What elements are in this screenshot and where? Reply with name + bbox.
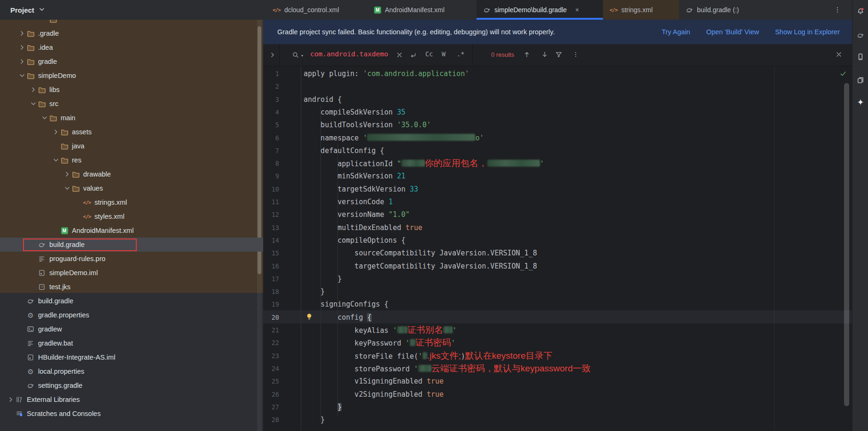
code-line[interactable]: 4 compileSdkVersion 35 xyxy=(263,106,852,119)
tree-row-values[interactable]: values xyxy=(0,181,263,195)
code-line[interactable]: 8 applicationId "你的应用包名，' xyxy=(263,157,852,170)
chevron-right-icon[interactable] xyxy=(18,58,26,65)
search-toggle-match-case[interactable]: Cc xyxy=(425,50,433,58)
chevron-right-icon[interactable] xyxy=(7,396,15,403)
search-toggle-regex[interactable]: .* xyxy=(457,50,464,58)
code-line[interactable]: 2 xyxy=(263,80,852,93)
tree-row-.idea[interactable]: .idea xyxy=(0,40,263,54)
chevron-right-icon[interactable] xyxy=(52,128,60,136)
tree-row-test.jks[interactable]: ?test.jks xyxy=(0,280,263,294)
search-options-kebab-icon[interactable] xyxy=(572,50,579,59)
code-line[interactable]: 15 sourceCompatibility JavaVersion.VERSI… xyxy=(263,246,852,260)
tree-row-External-Libraries[interactable]: External Libraries xyxy=(0,393,263,407)
chevron-down-icon[interactable] xyxy=(63,185,71,192)
running-devices-icon[interactable] xyxy=(855,75,866,85)
code-line[interactable]: 19 signingConfigs { xyxy=(263,298,852,311)
ai-assistant-sparkle-icon[interactable]: ✦ xyxy=(855,97,866,108)
chevron-down-icon[interactable] xyxy=(29,100,38,108)
tree-row-main[interactable]: main xyxy=(0,111,263,125)
notifications-bell-icon[interactable] xyxy=(855,6,866,16)
expand-search-chevron-icon[interactable] xyxy=(269,51,276,59)
code-line[interactable]: 14 compileOptions { xyxy=(263,234,852,247)
clear-search-icon[interactable] xyxy=(396,51,403,59)
tree-row-drawable[interactable]: drawable xyxy=(0,167,263,181)
search-input[interactable]: com.android.taxdemo xyxy=(310,50,388,58)
code-line[interactable]: 23 storeFile file('.jks文件;)默认在keystore目录… xyxy=(263,349,852,362)
code-line[interactable]: 5 buildToolsVersion '35.0.0' xyxy=(263,118,852,131)
tree-row-src[interactable]: src xyxy=(0,97,263,111)
device-manager-icon[interactable] xyxy=(855,52,866,62)
filter-icon[interactable] xyxy=(555,50,563,59)
tree-row-build.gradle[interactable]: build.gradle xyxy=(0,294,263,308)
code-editor[interactable]: 1apply plugin: 'com.android.application'… xyxy=(263,66,852,431)
code-line[interactable]: 9 minSdkVersion 21 xyxy=(263,169,852,183)
code-line[interactable]: 28 } xyxy=(263,413,852,426)
editor-scrollbar-thumb[interactable] xyxy=(844,83,849,406)
tree-row-java[interactable]: java xyxy=(0,139,263,153)
tab-simpleDemo-build.gradle[interactable]: simpleDemo\build.gradle× xyxy=(477,0,603,20)
code-line[interactable]: 7 defaultConfig { xyxy=(263,144,852,157)
intention-lightbulb-icon[interactable] xyxy=(305,313,314,321)
tree-row-AndroidManifest.xml[interactable]: MAndroidManifest.xml xyxy=(0,223,263,238)
code-line[interactable]: 21 keyAlias '证书别名' xyxy=(263,323,852,337)
search-toggle-words[interactable]: W xyxy=(442,50,446,58)
tree-row-simpleDemo[interactable]: simpleDemo xyxy=(0,69,263,83)
chevron-right-icon[interactable] xyxy=(18,30,26,37)
code-line[interactable]: 13 multiDexEnabled true xyxy=(263,221,852,234)
tree-row-gradlew[interactable]: gradlew xyxy=(0,322,263,336)
code-line[interactable]: 22 keyPassword '证书密码' xyxy=(263,336,852,349)
chevron-down-icon[interactable] xyxy=(18,72,26,79)
chevron-down-icon[interactable] xyxy=(40,114,49,122)
tree-row-res[interactable]: res xyxy=(0,153,263,167)
code-line[interactable]: 1apply plugin: 'com.android.application' xyxy=(263,67,852,80)
tree-row-gradle[interactable]: gradle xyxy=(0,54,263,69)
tab-options-kebab-icon[interactable] xyxy=(833,5,842,15)
tree-row-HBuilder-Integrate-AS.iml[interactable]: HBuilder-Integrate-AS.iml xyxy=(0,350,263,364)
next-occurrence-icon[interactable] xyxy=(540,50,549,59)
tree-row-local.properties[interactable]: ⚙local.properties xyxy=(0,364,263,378)
tree-row-strings.xml[interactable]: </>strings.xml xyxy=(0,195,263,209)
code-line[interactable]: 3android { xyxy=(263,93,852,106)
code-line[interactable]: 16 targetCompatibility JavaVersion.VERSI… xyxy=(263,260,852,273)
tree-row-simpleDemo.iml[interactable]: simpleDemo.iml xyxy=(0,266,263,280)
code-line[interactable]: 24 storePassword '云端证书密码，默认与keypassword一… xyxy=(263,362,852,375)
code-line[interactable]: 17 } xyxy=(263,272,852,285)
code-line[interactable]: 18 } xyxy=(263,285,852,298)
tab-dcloud-control.xml[interactable]: </>dcloud_control.xml xyxy=(266,0,368,20)
banner-link-show-log-in-explorer[interactable]: Show Log in Explorer xyxy=(775,28,840,36)
tree-row-gradle.properties[interactable]: ⚙gradle.properties xyxy=(0,308,263,322)
tab-build.gradle----[interactable]: build.gradle (:) xyxy=(679,0,760,20)
banner-link-open-build-view[interactable]: Open 'Build' View xyxy=(706,28,759,36)
project-panel-header[interactable]: Project xyxy=(0,0,263,20)
tree-row-settings.gradle[interactable]: settings.gradle xyxy=(0,378,263,393)
search-history-caret-icon[interactable]: ▾ xyxy=(300,54,304,57)
chevron-right-icon[interactable] xyxy=(18,44,26,51)
tree-row-libs[interactable]: libs xyxy=(0,83,263,97)
tree-row-.gradle[interactable]: .gradle xyxy=(0,26,263,40)
code-line[interactable]: 27 } xyxy=(263,400,852,414)
close-search-icon[interactable] xyxy=(835,50,843,59)
tree-row-Scratches-and-Consoles[interactable]: Scratches and Consoles xyxy=(0,407,263,421)
search-icon[interactable] xyxy=(291,51,300,59)
code-line[interactable]: 11 versionCode 1 xyxy=(263,195,852,208)
code-line[interactable]: 25 v1SigningEnabled true xyxy=(263,375,852,388)
code-line[interactable]: 10 targetSdkVersion 33 xyxy=(263,183,852,196)
gradle-tool-icon[interactable] xyxy=(855,30,866,40)
tree-row-styles.xml[interactable]: </>styles.xml xyxy=(0,209,263,223)
chevron-down-icon[interactable] xyxy=(52,156,60,164)
inspections-ok-check-icon[interactable] xyxy=(839,70,848,78)
tree-row-gradlew.bat[interactable]: gradlew.bat xyxy=(0,336,263,350)
code-line[interactable]: 6 namespace 'o' xyxy=(263,131,852,145)
newline-icon[interactable] xyxy=(409,51,417,59)
chevron-right-icon[interactable] xyxy=(29,86,38,93)
close-tab-icon[interactable]: × xyxy=(575,6,579,14)
tree-row-partial[interactable] xyxy=(0,20,263,26)
tab-AndroidManifest.xml[interactable]: MAndroidManifest.xml xyxy=(368,0,477,20)
tree-row-assets[interactable]: assets xyxy=(0,125,263,139)
code-line[interactable]: 26 v2SigningEnabled true xyxy=(263,388,852,401)
chevron-right-icon[interactable] xyxy=(63,170,71,178)
tree-row-proguard-rules.pro[interactable]: proguard-rules.pro xyxy=(0,252,263,266)
code-line[interactable]: 12 versionName "1.0" xyxy=(263,208,852,221)
banner-link-try-again[interactable]: Try Again xyxy=(662,28,690,36)
tab-strings.xml[interactable]: </>strings.xml xyxy=(603,0,679,20)
